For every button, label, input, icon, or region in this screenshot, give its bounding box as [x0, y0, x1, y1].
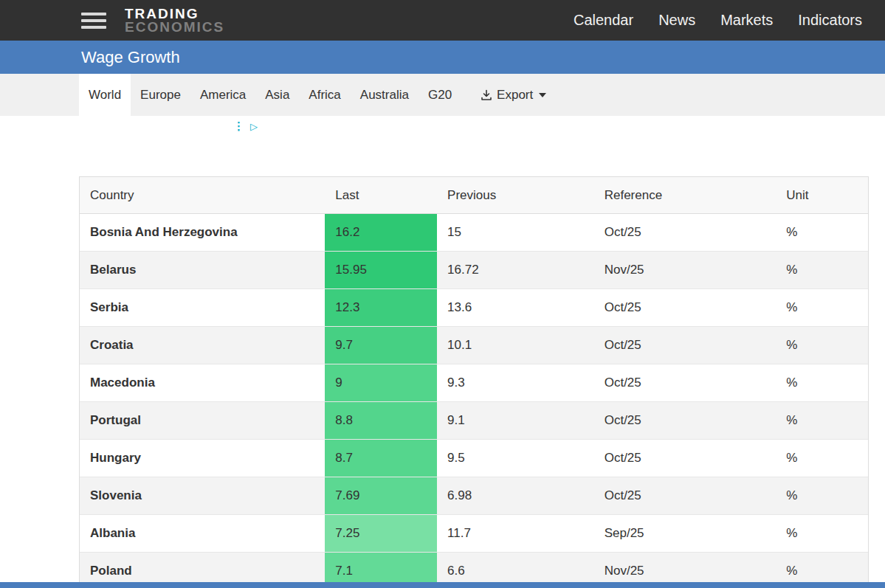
last-value-cell: 7.69: [325, 477, 437, 514]
column-header-country: Country: [80, 177, 325, 213]
caret-down-icon: [539, 93, 546, 97]
previous-value-cell: 11.7: [437, 515, 594, 552]
previous-value-cell: 10.1: [437, 327, 594, 364]
previous-value-cell: 16.72: [437, 252, 594, 288]
reference-cell: Oct/25: [594, 214, 776, 251]
wage-growth-table: Country Last Previous Reference Unit Bos…: [79, 176, 869, 588]
last-value-cell: 15.95: [325, 252, 437, 288]
unit-cell: %: [776, 440, 868, 477]
tab-africa[interactable]: Africa: [299, 74, 350, 116]
logo[interactable]: TRADING ECONOMICS: [125, 7, 224, 34]
adchoices-icon[interactable]: ▷: [250, 121, 258, 132]
table-row: Bosnia And Herzegovina 16.2 15 Oct/25 %: [80, 214, 868, 252]
unit-cell: %: [776, 402, 868, 439]
country-link[interactable]: Portugal: [80, 402, 325, 439]
last-value-cell: 9.7: [325, 327, 437, 364]
menu-bar: [81, 19, 106, 22]
logo-line-trading: TRADING: [125, 7, 224, 21]
tab-america[interactable]: America: [190, 74, 255, 116]
tab-australia[interactable]: Australia: [351, 74, 419, 116]
unit-cell: %: [776, 289, 868, 326]
tab-g20[interactable]: G20: [419, 74, 461, 116]
menu-icon[interactable]: [81, 13, 106, 29]
ad-area: ⋮ ▷: [0, 116, 885, 176]
column-header-reference: Reference: [594, 177, 776, 213]
table-row: Croatia 9.7 10.1 Oct/25 %: [80, 327, 868, 364]
unit-cell: %: [776, 515, 868, 552]
page-header: Wage Growth: [0, 41, 885, 74]
unit-cell: %: [776, 252, 868, 288]
previous-value-cell: 15: [437, 214, 594, 251]
table-row: Serbia 12.3 13.6 Oct/25 %: [80, 289, 868, 327]
region-tabbar: World Europe America Asia Africa Austral…: [0, 74, 885, 116]
previous-value-cell: 9.3: [437, 364, 594, 401]
column-header-last: Last: [325, 177, 437, 213]
unit-cell: %: [776, 327, 868, 364]
previous-value-cell: 6.98: [437, 477, 594, 514]
last-value-cell: 7.25: [325, 515, 437, 552]
export-button[interactable]: Export: [473, 74, 554, 116]
logo-line-economics: ECONOMICS: [125, 21, 224, 34]
ad-options-icon[interactable]: ⋮: [233, 120, 244, 133]
reference-cell: Oct/25: [594, 327, 776, 364]
table-body: Bosnia And Herzegovina 16.2 15 Oct/25 % …: [80, 214, 868, 588]
country-link[interactable]: Bosnia And Herzegovina: [80, 214, 325, 251]
country-link[interactable]: Albania: [80, 515, 325, 552]
table-row: Albania 7.25 11.7 Sep/25 %: [80, 515, 868, 553]
last-value-cell: 16.2: [325, 214, 437, 251]
unit-cell: %: [776, 364, 868, 401]
country-link[interactable]: Slovenia: [80, 477, 325, 514]
tab-asia[interactable]: Asia: [255, 74, 299, 116]
top-navbar: TRADING ECONOMICS Calendar News Markets …: [0, 0, 885, 41]
navbar-menu: Calendar News Markets Indicators: [561, 12, 885, 29]
previous-value-cell: 9.1: [437, 402, 594, 439]
table-header-row: Country Last Previous Reference Unit: [80, 177, 868, 214]
nav-item-news[interactable]: News: [646, 12, 708, 29]
reference-cell: Sep/25: [594, 515, 776, 552]
last-value-cell: 9: [325, 364, 437, 401]
tab-europe[interactable]: Europe: [131, 74, 190, 116]
unit-cell: %: [776, 214, 868, 251]
last-value-cell: 12.3: [325, 289, 437, 326]
column-header-unit: Unit: [776, 177, 868, 213]
last-value-cell: 8.7: [325, 440, 437, 477]
country-link[interactable]: Serbia: [80, 289, 325, 326]
country-link[interactable]: Hungary: [80, 440, 325, 477]
nav-item-markets[interactable]: Markets: [708, 12, 785, 29]
reference-cell: Nov/25: [594, 252, 776, 288]
last-value-cell: 8.8: [325, 402, 437, 439]
menu-bar: [81, 26, 106, 29]
page-title: Wage Growth: [0, 48, 180, 67]
table-row: Belarus 15.95 16.72 Nov/25 %: [80, 252, 868, 289]
download-icon: [481, 89, 492, 101]
previous-value-cell: 13.6: [437, 289, 594, 326]
country-link[interactable]: Macedonia: [80, 364, 325, 401]
nav-item-indicators[interactable]: Indicators: [785, 12, 875, 29]
tab-world[interactable]: World: [79, 74, 131, 116]
unit-cell: %: [776, 477, 868, 514]
bottom-banner: [0, 582, 885, 588]
reference-cell: Oct/25: [594, 440, 776, 477]
previous-value-cell: 9.5: [437, 440, 594, 477]
table-row: Macedonia 9 9.3 Oct/25 %: [80, 364, 868, 402]
reference-cell: Oct/25: [594, 289, 776, 326]
menu-bar: [81, 13, 106, 15]
reference-cell: Oct/25: [594, 402, 776, 439]
export-label: Export: [497, 88, 533, 103]
country-link[interactable]: Croatia: [80, 327, 325, 364]
table-row: Portugal 8.8 9.1 Oct/25 %: [80, 402, 868, 440]
country-link[interactable]: Belarus: [80, 252, 325, 288]
table-row: Slovenia 7.69 6.98 Oct/25 %: [80, 477, 868, 515]
ad-controls: ⋮ ▷: [233, 120, 258, 133]
column-header-previous: Previous: [437, 177, 594, 213]
table-row: Hungary 8.7 9.5 Oct/25 %: [80, 440, 868, 477]
navbar-left: TRADING ECONOMICS: [0, 7, 224, 34]
reference-cell: Oct/25: [594, 477, 776, 514]
reference-cell: Oct/25: [594, 364, 776, 401]
nav-item-calendar[interactable]: Calendar: [561, 12, 646, 29]
